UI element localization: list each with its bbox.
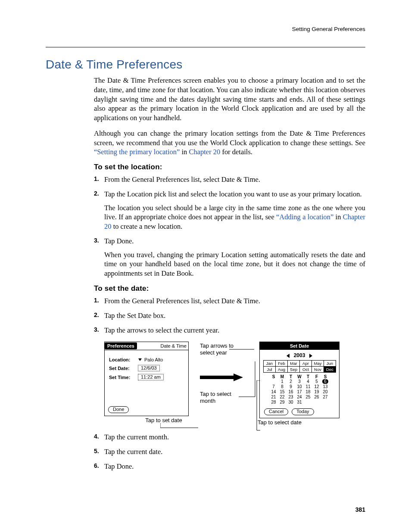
calendar-day[interactable]: 10 bbox=[295, 384, 304, 389]
calendar-day[interactable]: 31 bbox=[295, 400, 304, 405]
weekday-header: M bbox=[278, 374, 286, 379]
set-time-box[interactable]: 11:22 am bbox=[138, 374, 164, 380]
callout-line-select-date bbox=[256, 380, 261, 431]
month-cell-jan[interactable]: Jan bbox=[264, 361, 276, 367]
calendar-row: 78910111213 bbox=[269, 384, 330, 389]
month-cell-may[interactable]: May bbox=[312, 361, 324, 367]
calendar-day[interactable]: 14 bbox=[269, 389, 278, 395]
row-set-date: Set Date: 12/6/03 bbox=[109, 365, 184, 371]
loc-step-2-cont-post: to create a new location. bbox=[112, 222, 183, 230]
calendar-day[interactable]: 3 bbox=[295, 379, 304, 384]
calendar-day[interactable]: 23 bbox=[286, 395, 295, 400]
date-step-5: Tap the current date. bbox=[94, 447, 365, 457]
calendar-day[interactable]: 20 bbox=[321, 389, 330, 395]
callout-line-year bbox=[229, 346, 255, 353]
calendar-day[interactable]: 24 bbox=[295, 395, 304, 400]
set-date-footer: Cancel Today bbox=[263, 408, 336, 415]
link-setting-primary-location[interactable]: “Setting the primary location” bbox=[94, 148, 180, 156]
calendar-day[interactable]: 9 bbox=[286, 384, 295, 389]
month-row-2: JulAugSepOctNovDec bbox=[264, 367, 336, 373]
calendar-day[interactable]: 15 bbox=[278, 389, 286, 395]
calendar-day[interactable]: 27 bbox=[321, 395, 330, 400]
calendar-day[interactable]: 28 bbox=[269, 400, 278, 405]
value-location[interactable]: Palo Alto bbox=[144, 357, 163, 362]
date-step-2: Tap the Set Date box. bbox=[94, 311, 365, 320]
calendar-day[interactable]: 18 bbox=[304, 389, 312, 395]
month-cell-nov[interactable]: Nov bbox=[312, 367, 324, 373]
year-prev-icon[interactable] bbox=[286, 354, 290, 358]
preferences-category[interactable]: Date & Time bbox=[160, 343, 188, 348]
annotation-tap-select-month: Tap to select month bbox=[200, 391, 241, 404]
calendar-day[interactable]: 29 bbox=[278, 400, 286, 405]
row-location: Location: Palo Alto bbox=[109, 357, 184, 362]
month-cell-sep[interactable]: Sep bbox=[288, 367, 300, 373]
calendar-body: 1234567891011121314151617181920212223242… bbox=[269, 379, 330, 405]
calendar-day[interactable]: 21 bbox=[269, 395, 278, 400]
figure-row: Preferences Date & Time Location: Palo A… bbox=[104, 342, 365, 426]
today-button[interactable]: Today bbox=[292, 408, 314, 415]
calendar-day[interactable]: 26 bbox=[312, 395, 321, 400]
calendar-day[interactable]: 19 bbox=[312, 389, 321, 395]
calendar-day[interactable]: 4 bbox=[304, 379, 312, 384]
link-chapter-20-a[interactable]: Chapter 20 bbox=[189, 148, 220, 156]
calendar-day[interactable]: 25 bbox=[304, 395, 312, 400]
steps-set-date: From the General Preferences list, selec… bbox=[94, 296, 365, 335]
cancel-button[interactable]: Cancel bbox=[264, 408, 288, 415]
weekday-header: S bbox=[321, 374, 330, 379]
intro-para-1: The Date & Time Preferences screen enabl… bbox=[94, 76, 365, 123]
date-step-2-text: Tap the Set Date box. bbox=[104, 311, 165, 320]
loc-step-3: Tap Done. When you travel, changing the … bbox=[94, 236, 365, 278]
label-set-time: Set Time: bbox=[109, 375, 136, 380]
month-cell-oct[interactable]: Oct bbox=[300, 367, 312, 373]
month-cell-feb[interactable]: Feb bbox=[276, 361, 288, 367]
calendar-day[interactable]: 1 bbox=[278, 379, 286, 384]
calendar-day[interactable]: 8 bbox=[278, 384, 286, 389]
calendar-day[interactable]: 12 bbox=[312, 384, 321, 389]
loc-step-2-text: Tap the Location pick list and select th… bbox=[104, 190, 362, 198]
calendar-day[interactable]: 16 bbox=[286, 389, 295, 395]
set-date-box[interactable]: 12/6/03 bbox=[138, 365, 160, 371]
calendar-day[interactable]: 17 bbox=[295, 389, 304, 395]
calendar-day[interactable]: 5 bbox=[312, 379, 321, 384]
calendar-day-selected[interactable]: 6 bbox=[322, 379, 328, 384]
calendar-day[interactable]: 6 bbox=[321, 379, 330, 384]
year-value: 2003 bbox=[294, 352, 305, 358]
month-cell-dec[interactable]: Dec bbox=[324, 367, 336, 373]
preferences-panel: Preferences Date & Time Location: Palo A… bbox=[104, 342, 189, 416]
month-cell-jun[interactable]: Jun bbox=[324, 361, 336, 367]
done-button[interactable]: Done bbox=[108, 406, 129, 413]
figure-set-date-wrap: Set Date 2003 JanFebMarAprMayJun JulAugS… bbox=[259, 342, 339, 426]
month-cell-jul[interactable]: Jul bbox=[264, 367, 276, 373]
calendar-day[interactable]: 11 bbox=[304, 384, 312, 389]
month-cell-mar[interactable]: Mar bbox=[288, 361, 300, 367]
callout-line-setdate bbox=[160, 423, 199, 431]
year-next-icon[interactable] bbox=[309, 354, 312, 358]
label-location: Location: bbox=[109, 357, 136, 362]
month-cell-apr[interactable]: Apr bbox=[300, 361, 312, 367]
chevron-down-icon[interactable] bbox=[138, 358, 142, 361]
calendar-grid: SMTWTFS 12345678910111213141516171819202… bbox=[269, 374, 330, 405]
calendar-header-row: SMTWTFS bbox=[269, 374, 330, 379]
set-date-panel: Set Date 2003 JanFebMarAprMayJun JulAugS… bbox=[259, 342, 339, 418]
calendar-day[interactable]: 22 bbox=[278, 395, 286, 400]
date-step-6: Tap Done. bbox=[94, 462, 365, 471]
link-adding-a-location[interactable]: “Adding a location” bbox=[276, 213, 333, 221]
calendar-day[interactable]: 13 bbox=[321, 384, 330, 389]
calendar-day[interactable]: 30 bbox=[286, 400, 295, 405]
month-row-1: JanFebMarAprMayJun bbox=[264, 361, 336, 367]
date-step-4-text: Tap the current month. bbox=[104, 433, 169, 441]
calendar-day[interactable]: 7 bbox=[269, 384, 278, 389]
loc-step-2-cont: The location you select should be a larg… bbox=[104, 203, 365, 231]
date-step-4: Tap the current month. bbox=[94, 432, 365, 442]
date-step-1-text: From the General Preferences list, selec… bbox=[104, 297, 260, 305]
loc-step-3-cont: When you travel, changing the primary Lo… bbox=[104, 250, 365, 278]
calendar-day[interactable]: 2 bbox=[286, 379, 295, 384]
para2-pre: Although you can change the primary loca… bbox=[94, 129, 365, 147]
month-cell-aug[interactable]: Aug bbox=[276, 367, 288, 373]
calendar-row: 21222324252627 bbox=[269, 395, 330, 400]
preferences-body: Location: Palo Alto Set Date: 12/6/03 Se… bbox=[105, 350, 188, 416]
row-set-time: Set Time: 11:22 am bbox=[109, 374, 184, 380]
month-grid: JanFebMarAprMayJun JulAugSepOctNovDec bbox=[263, 360, 336, 373]
callout-line-month bbox=[239, 361, 256, 398]
label-set-date: Set Date: bbox=[109, 366, 136, 371]
